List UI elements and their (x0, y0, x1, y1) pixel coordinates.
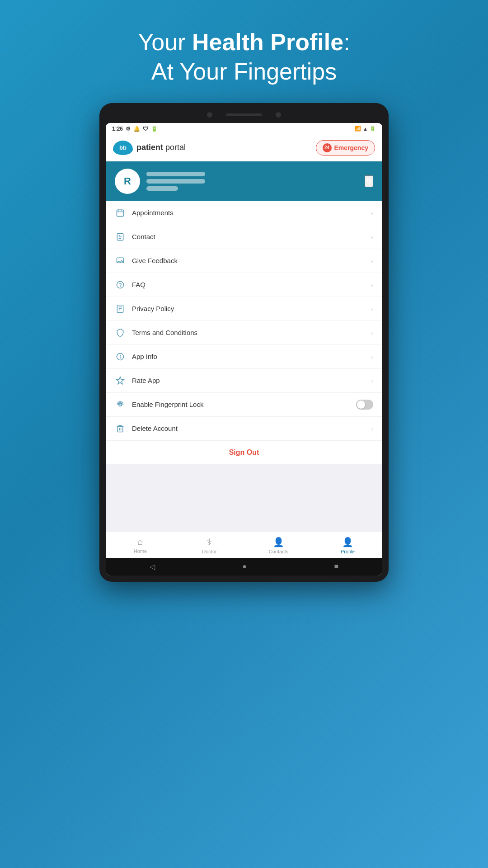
profile-label: Profile (341, 549, 355, 554)
tablet-camera (207, 112, 212, 118)
menu-item-faq[interactable]: ? FAQ › (106, 273, 382, 297)
emergency-badge: 24 (323, 143, 332, 152)
terms-conditions-label: Terms and Conditions (132, 329, 371, 336)
terms-conditions-icon (115, 327, 126, 338)
emergency-button[interactable]: 24 Emergency (316, 140, 375, 156)
tablet-screen: 1:26 ⚙ 🔔 🛡 🔋 📶 ▲ 🔋 patient portal (106, 123, 382, 576)
page-header: Your Health Profile: At Your Fingertips (138, 27, 350, 85)
tablet-speaker (226, 113, 262, 116)
profile-detail-placeholder (146, 186, 178, 191)
sign-out-button[interactable]: Sign Out (229, 448, 259, 457)
content-spacer (106, 464, 382, 532)
status-time: 1:26 (112, 126, 123, 132)
tablet-top-bar (106, 112, 382, 123)
contacts-label: Contacts (269, 549, 288, 554)
menu-item-contact[interactable]: Contact › (106, 225, 382, 249)
appointments-icon (115, 208, 126, 218)
android-recents-button[interactable]: ■ (334, 562, 339, 571)
menu-item-appointments[interactable]: Appointments › (106, 201, 382, 225)
fingerprint-lock-label: Enable Fingerprint Lock (132, 401, 356, 408)
svg-rect-11 (117, 305, 123, 312)
app-header: patient portal 24 Emergency (106, 135, 382, 161)
appointments-label: Appointments (132, 209, 371, 217)
profile-subtitle-placeholder (146, 179, 205, 184)
status-wifi-icon: 📶 (355, 126, 361, 132)
rate-app-label: Rate App (132, 377, 371, 384)
doctor-label: Doctor (202, 549, 216, 554)
menu-item-delete-account[interactable]: Delete Account › (106, 417, 382, 441)
give-feedback-label: Give Feedback (132, 257, 371, 264)
status-alarm-icon: 🔔 (133, 126, 140, 132)
android-back-button[interactable]: ◁ (150, 562, 155, 571)
nav-item-home[interactable]: ⌂ Home (127, 537, 154, 554)
rate-app-chevron: › (371, 377, 373, 384)
status-shield-icon: 🛡 (143, 126, 148, 132)
status-bar: 1:26 ⚙ 🔔 🛡 🔋 📶 ▲ 🔋 (106, 123, 382, 135)
bottom-nav: ⌂ Home ⚕ Doctor 👤 Contacts 👤 Profile (106, 532, 382, 558)
status-battery-icon: 🔋 (370, 126, 376, 132)
tablet-shell: 1:26 ⚙ 🔔 🛡 🔋 📶 ▲ 🔋 patient portal (99, 103, 389, 582)
edit-profile-button[interactable]: ✎ (365, 175, 373, 187)
svg-text:?: ? (119, 283, 122, 288)
status-signal-icon: ▲ (363, 126, 368, 132)
logo-area: patient portal (113, 141, 186, 155)
app-info-chevron: › (371, 353, 373, 360)
delete-account-label: Delete Account (132, 425, 371, 432)
menu-item-privacy-policy[interactable]: Privacy Policy › (106, 297, 382, 321)
delete-account-icon (115, 423, 126, 434)
sign-out-row: Sign Out (106, 441, 382, 464)
faq-label: FAQ (132, 281, 371, 288)
home-icon: ⌂ (137, 537, 143, 547)
status-battery-small-icon: 🔋 (151, 126, 158, 132)
rate-app-icon (115, 375, 126, 386)
logo-portal: portal (163, 143, 186, 152)
menu-item-give-feedback[interactable]: Give Feedback › (106, 249, 382, 273)
faq-icon: ? (115, 279, 126, 290)
home-label: Home (134, 548, 147, 554)
profile-icon: 👤 (342, 537, 353, 547)
nav-item-profile[interactable]: 👤 Profile (334, 537, 361, 554)
tablet-camera-right (276, 112, 281, 118)
svg-rect-0 (117, 210, 124, 216)
faq-chevron: › (371, 281, 373, 288)
svg-rect-20 (117, 426, 123, 432)
privacy-policy-label: Privacy Policy (132, 305, 371, 312)
terms-conditions-chevron: › (371, 329, 373, 336)
give-feedback-icon (115, 255, 126, 266)
app-info-label: App Info (132, 353, 371, 360)
menu-item-terms-conditions[interactable]: Terms and Conditions › (106, 321, 382, 345)
doctor-icon: ⚕ (207, 537, 212, 547)
nav-item-contacts[interactable]: 👤 Contacts (265, 537, 292, 554)
menu-item-rate-app[interactable]: Rate App › (106, 369, 382, 393)
logo-cloud (113, 141, 133, 155)
android-nav-bar: ◁ ● ■ (106, 558, 382, 576)
contact-icon (115, 231, 126, 242)
privacy-policy-icon (115, 303, 126, 314)
svg-marker-18 (117, 377, 124, 384)
menu-item-fingerprint-lock[interactable]: Enable Fingerprint Lock (106, 393, 382, 417)
profile-banner: R ✎ (106, 161, 382, 201)
contact-chevron: › (371, 233, 373, 241)
contact-label: Contact (132, 233, 371, 241)
headline-normal: Your (138, 29, 192, 55)
profile-name-placeholder (146, 172, 205, 176)
logo-text: patient portal (136, 143, 186, 152)
menu-list: Appointments › Contact › Give Feedback › (106, 201, 382, 464)
appointments-chevron: › (371, 209, 373, 217)
emergency-label: Emergency (334, 144, 368, 151)
nav-item-doctor[interactable]: ⚕ Doctor (196, 537, 223, 554)
delete-account-chevron: › (371, 425, 373, 432)
svg-point-17 (120, 355, 121, 355)
fingerprint-lock-toggle[interactable] (356, 400, 373, 410)
status-gear-icon: ⚙ (126, 126, 131, 132)
headline-bold: Health Profile (192, 29, 343, 55)
headline-line2: At Your Fingertips (138, 58, 350, 85)
android-home-button[interactable]: ● (242, 562, 247, 571)
privacy-policy-chevron: › (371, 305, 373, 312)
menu-item-app-info[interactable]: App Info › (106, 345, 382, 369)
logo-patient: patient (136, 143, 163, 152)
give-feedback-chevron: › (371, 257, 373, 264)
avatar: R (115, 169, 140, 194)
app-info-icon (115, 351, 126, 362)
fingerprint-lock-icon (115, 399, 126, 410)
